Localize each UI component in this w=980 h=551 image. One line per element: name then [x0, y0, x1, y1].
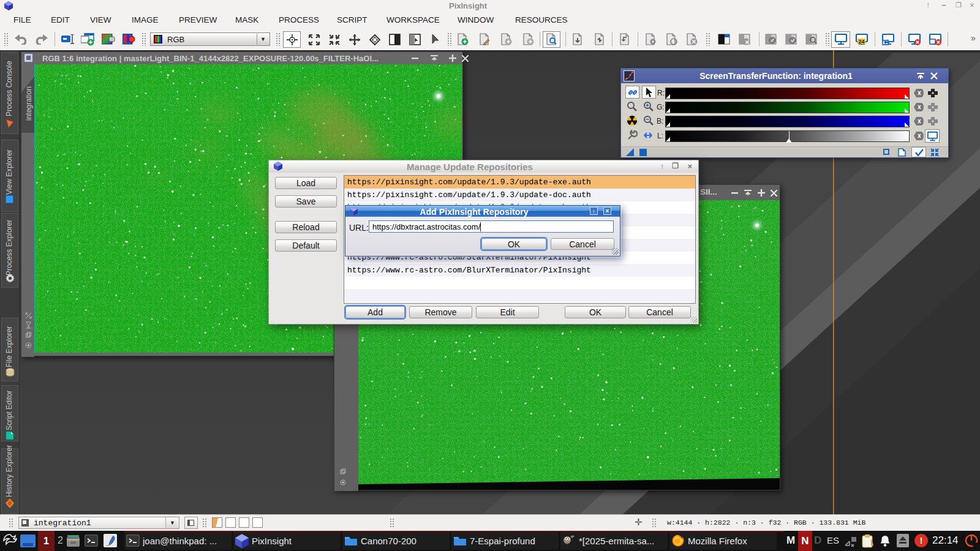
svg-text:24: 24 [858, 39, 864, 45]
